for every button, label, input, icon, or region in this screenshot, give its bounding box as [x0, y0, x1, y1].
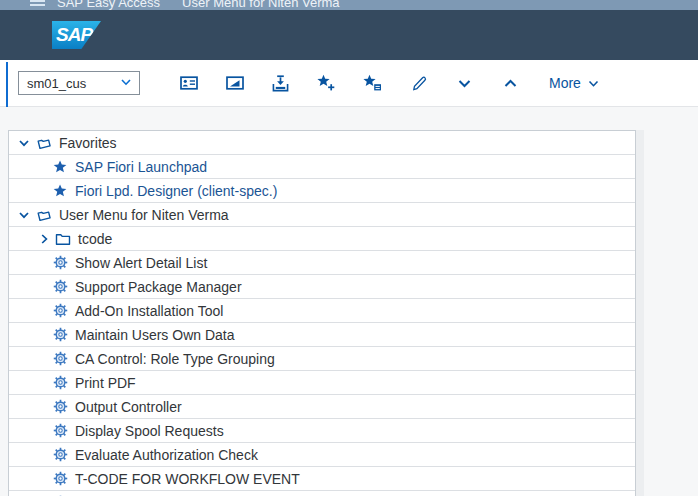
sap-logo: SAP: [52, 21, 101, 49]
star-icon: [53, 160, 68, 174]
change-favorites-button[interactable]: [363, 74, 382, 93]
tree-item-label: Add-On Installation Tool: [75, 303, 223, 319]
tree-row[interactable]: Show Alert Detail List: [9, 251, 635, 275]
gear-icon: [53, 351, 68, 366]
other-user-menu-icon: [180, 75, 198, 91]
tree-row[interactable]: SAP Fiori Launchpad: [9, 155, 635, 179]
gear-icon: [53, 375, 68, 390]
gear-icon: [53, 471, 68, 486]
tree-item-label: Favorites: [59, 135, 117, 151]
tree-row[interactable]: Maintain Users Own Data: [9, 323, 635, 347]
edit-favorites-button[interactable]: [409, 74, 428, 93]
command-field-value: sm01_cus: [27, 76, 86, 91]
tree-row[interactable]: Favorites: [9, 131, 635, 155]
gear-icon: [53, 279, 68, 294]
tree-item-label: CA Control: Role Type Grouping: [75, 351, 275, 367]
tree-item-label: Print PDF: [75, 375, 136, 391]
change-favorites-icon: [363, 74, 382, 92]
gear-icon: [53, 303, 68, 318]
scrollbar-track[interactable]: [636, 130, 644, 496]
window-title-left: SAP Easy Access: [57, 0, 160, 10]
gear-icon: [53, 423, 68, 438]
tree-row[interactable]: User Menu for Niten Verma: [9, 203, 635, 227]
gear-icon: [53, 255, 68, 270]
more-menu-button[interactable]: More: [549, 75, 600, 91]
tree-item-label: Maintain Users Own Data: [75, 327, 235, 343]
chevron-down-icon[interactable]: [18, 209, 30, 221]
download-button[interactable]: [271, 74, 290, 93]
tree-row[interactable]: CA Control: Role Type Grouping: [9, 347, 635, 371]
command-field[interactable]: sm01_cus: [18, 71, 140, 95]
expand-button[interactable]: [501, 74, 520, 93]
more-label: More: [549, 75, 581, 91]
folder-icon: [36, 207, 52, 222]
download-icon: [272, 75, 289, 92]
toolbar: sm01_cus: [0, 60, 698, 107]
tree-row[interactable]: Support Package Manager: [9, 275, 635, 299]
tree-item-label: Fiori Lpd. Designer (client-spec.): [75, 183, 277, 199]
add-to-favorites-icon: [317, 74, 336, 92]
collapse-chevron-icon: [457, 76, 472, 91]
toolbar-buttons: [179, 74, 520, 93]
sap-menu-icon: [226, 75, 244, 91]
header-banner: SAP: [0, 10, 698, 60]
star-icon: [53, 184, 68, 198]
tree-item-label: Support Package Manager: [75, 279, 242, 295]
add-to-favorites-button[interactable]: [317, 74, 336, 93]
more-chevron-icon: [587, 77, 600, 90]
chevron-down-icon[interactable]: [18, 137, 30, 149]
window-titlebar: SAP Easy Access User Menu for Niten Verm…: [0, 0, 698, 10]
tree-row[interactable]: Fiori Lpd. Designer (client-spec.): [9, 179, 635, 203]
tree-row[interactable]: tcode: [9, 227, 635, 251]
tree-item-label: Show Alert Detail List: [75, 255, 207, 271]
tree-row[interactable]: Evaluate Authorization Check: [9, 443, 635, 467]
tree-item-label: Output Controller: [75, 399, 182, 415]
gear-icon: [53, 447, 68, 462]
tree-row[interactable]: Print PDF: [9, 371, 635, 395]
other-user-menu-button[interactable]: [179, 74, 198, 93]
tree-row[interactable]: Add-On Installation Tool: [9, 299, 635, 323]
chevron-right-icon[interactable]: [38, 233, 50, 245]
tree-item-label: SAP Fiori Launchpad: [75, 159, 207, 175]
tree-item-label: tcode: [78, 231, 112, 247]
tree-item-label: Display Spool Requests: [75, 423, 224, 439]
tree-row[interactable]: Display Spool Requests: [9, 419, 635, 443]
command-field-chevron-icon[interactable]: [119, 75, 133, 92]
tree-item-label: Evaluate Authorization Check: [75, 447, 258, 463]
window-title-right: User Menu for Niten Verma: [182, 0, 340, 10]
edit-favorites-icon: [411, 75, 427, 92]
collapse-button[interactable]: [455, 74, 474, 93]
folder-icon: [55, 232, 71, 246]
gear-icon: [53, 399, 68, 414]
tree-item-label: User Menu for Niten Verma: [59, 207, 229, 223]
window-title: SAP Easy Access User Menu for Niten Verm…: [57, 0, 340, 10]
folder-icon: [36, 135, 52, 150]
tree-row[interactable]: [9, 491, 635, 496]
expand-chevron-icon: [503, 76, 518, 91]
menu-tree: FavoritesSAP Fiori LaunchpadFiori Lpd. D…: [8, 130, 636, 496]
tree-row[interactable]: T-CODE FOR WORKFLOW EVENT: [9, 467, 635, 491]
user-area: FavoritesSAP Fiori LaunchpadFiori Lpd. D…: [0, 107, 698, 496]
gear-icon: [53, 327, 68, 342]
sap-menu-button[interactable]: [225, 74, 244, 93]
hamburger-menu-icon[interactable]: [30, 0, 45, 8]
tree-item-label: T-CODE FOR WORKFLOW EVENT: [75, 471, 300, 487]
tree-row[interactable]: Output Controller: [9, 395, 635, 419]
